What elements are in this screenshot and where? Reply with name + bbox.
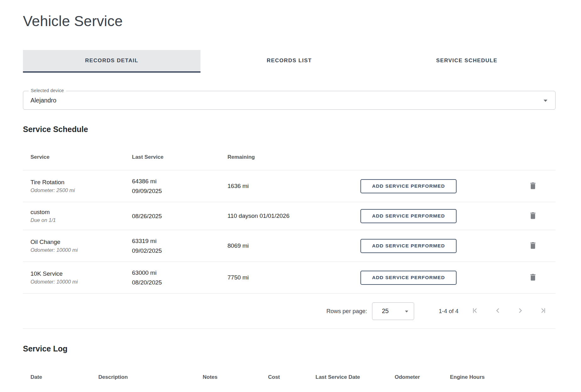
schedule-header-row: Service Last Service Remaining <box>23 134 556 170</box>
last-service-date: 09/09/2025 <box>132 186 227 196</box>
service-note: Odometer: 10000 mi <box>30 278 132 285</box>
next-page-icon <box>516 306 524 316</box>
service-name: custom <box>30 208 132 216</box>
service-name: Tire Rotation <box>30 178 132 186</box>
service-log-header-row: Date Description Notes Cost Last Service… <box>23 353 556 380</box>
col-header-cost: Cost <box>268 374 315 380</box>
next-page-button[interactable] <box>516 307 524 315</box>
remaining-cell: 110 dayson 01/01/2026 <box>227 213 360 219</box>
service-name: 10K Service <box>30 270 132 278</box>
rows-per-page-label: Rows per page: <box>326 308 367 315</box>
dropdown-arrow-icon <box>544 100 547 102</box>
first-page-button[interactable] <box>471 307 479 315</box>
last-service-cell: 64386 mi 09/09/2025 <box>132 176 227 196</box>
add-service-performed-button[interactable]: ADD SERVICE PERFORMED <box>360 239 457 253</box>
trash-icon <box>529 273 537 283</box>
service-cell: Tire Rotation Odometer: 2500 mi <box>23 178 132 194</box>
service-schedule-table: Service Last Service Remaining Tire Rota… <box>23 134 556 329</box>
service-note: Odometer: 2500 mi <box>30 186 132 194</box>
page-title: Vehicle Service <box>23 0 556 30</box>
delete-row-button[interactable] <box>529 211 537 221</box>
delete-row-button[interactable] <box>529 241 537 251</box>
device-select-label: Selected device <box>29 88 66 93</box>
tab-records-detail[interactable]: RECORDS DETAIL <box>23 50 200 73</box>
last-service-mileage: 64386 mi <box>132 176 227 186</box>
tab-service-schedule[interactable]: SERVICE SCHEDULE <box>378 50 556 73</box>
delete-row-button[interactable] <box>529 273 537 283</box>
delete-row-button[interactable] <box>529 181 537 191</box>
first-page-icon <box>471 306 479 316</box>
col-header-date: Date <box>23 374 98 380</box>
last-service-cell: 08/26/2025 <box>132 211 227 221</box>
trash-icon <box>529 211 537 221</box>
col-header-odometer: Odometer <box>395 374 450 380</box>
add-service-performed-button[interactable]: ADD SERVICE PERFORMED <box>360 209 457 223</box>
add-service-performed-button[interactable]: ADD SERVICE PERFORMED <box>360 179 457 193</box>
col-header-remaining: Remaining <box>227 154 360 160</box>
rows-per-page-value: 25 <box>372 307 389 315</box>
col-header-notes: Notes <box>203 374 268 380</box>
table-row: Oil Change Odometer: 10000 mi 63319 mi 0… <box>23 230 556 262</box>
device-select[interactable]: Selected device Alejandro <box>23 91 556 110</box>
col-header-description: Description <box>98 374 203 380</box>
last-service-date: 08/26/2025 <box>132 211 227 221</box>
last-service-mileage: 63319 mi <box>132 236 227 246</box>
remaining-cell: 8069 mi <box>227 242 360 249</box>
previous-page-button[interactable] <box>494 307 502 315</box>
table-row: 10K Service Odometer: 10000 mi 63000 mi … <box>23 262 556 294</box>
last-page-button[interactable] <box>539 307 547 315</box>
service-log-heading: Service Log <box>23 344 556 353</box>
dropdown-arrow-icon <box>405 311 408 312</box>
service-cell: custom Due on 1/1 <box>23 208 132 224</box>
service-name: Oil Change <box>30 238 132 246</box>
last-page-icon <box>539 306 547 316</box>
last-service-date: 09/02/2025 <box>132 246 227 256</box>
last-service-cell: 63000 mi 08/20/2025 <box>132 268 227 287</box>
last-service-date: 08/20/2025 <box>132 278 227 287</box>
device-select-value: Alejandro <box>23 97 56 104</box>
service-cell: 10K Service Odometer: 10000 mi <box>23 270 132 285</box>
remaining-cell: 1636 mi <box>227 183 360 190</box>
tab-bar: RECORDS DETAIL RECORDS LIST SERVICE SCHE… <box>23 50 556 73</box>
add-service-performed-button[interactable]: ADD SERVICE PERFORMED <box>360 271 457 285</box>
last-service-cell: 63319 mi 09/02/2025 <box>132 236 227 256</box>
col-header-engine-hours: Engine Hours <box>450 374 556 380</box>
trash-icon <box>529 181 537 191</box>
last-service-mileage: 63000 mi <box>132 268 227 278</box>
previous-page-icon <box>494 306 502 316</box>
remaining-cell: 7750 mi <box>227 274 360 281</box>
col-header-last-service: Last Service <box>132 154 227 160</box>
service-note: Odometer: 10000 mi <box>30 246 132 254</box>
table-row: custom Due on 1/1 08/26/2025 110 dayson … <box>23 202 556 230</box>
page-range-label: 1-4 of 4 <box>439 308 458 315</box>
tab-records-list[interactable]: RECORDS LIST <box>200 50 378 73</box>
pagination: Rows per page: 25 1-4 of 4 <box>23 294 556 329</box>
service-note: Due on 1/1 <box>30 216 132 224</box>
service-cell: Oil Change Odometer: 10000 mi <box>23 238 132 254</box>
table-row: Tire Rotation Odometer: 2500 mi 64386 mi… <box>23 170 556 202</box>
trash-icon <box>529 241 537 251</box>
col-header-last-service-date: Last Service Date <box>315 374 395 380</box>
service-schedule-heading: Service Schedule <box>23 125 556 134</box>
pagination-controls <box>471 307 547 315</box>
rows-per-page-select[interactable]: 25 <box>372 302 414 320</box>
col-header-service: Service <box>23 154 132 160</box>
